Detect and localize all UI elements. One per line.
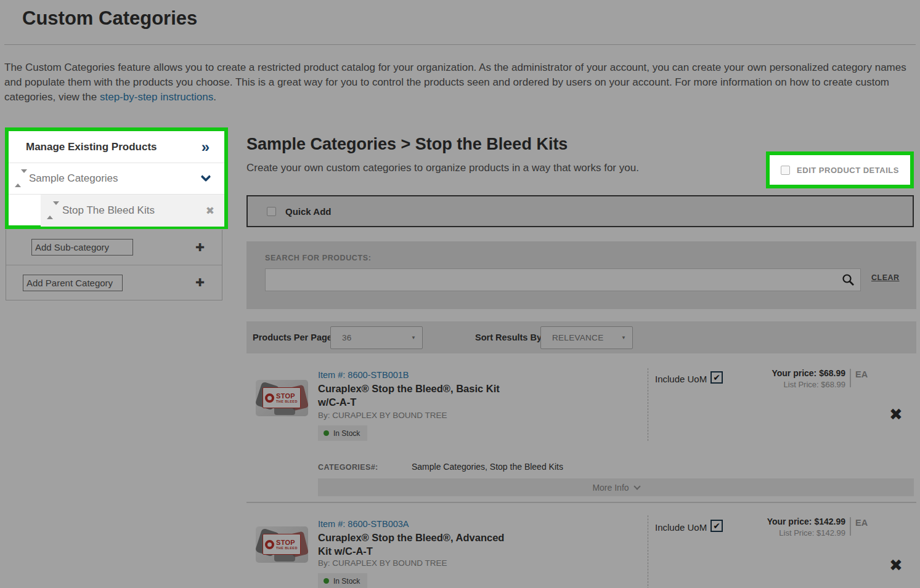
sidebar-subrow-wrap: Stop The Bleed Kits ✖ bbox=[9, 194, 224, 225]
chevron-down-icon[interactable] bbox=[201, 172, 211, 182]
remove-category-icon[interactable]: ✖ bbox=[206, 204, 214, 217]
expand-double-chevron-icon[interactable]: » bbox=[202, 140, 210, 155]
sidebar-item-manage-existing-products[interactable]: Manage Existing Products » bbox=[9, 131, 224, 163]
drag-sort-icon[interactable] bbox=[47, 205, 54, 216]
dim-overlay bbox=[0, 0, 920, 588]
sample-categories-label: Sample Categories bbox=[29, 172, 118, 185]
edit-product-details-checkbox[interactable] bbox=[781, 166, 790, 175]
stop-the-bleed-kits-label: Stop The Bleed Kits bbox=[62, 204, 155, 217]
manage-existing-products-label: Manage Existing Products bbox=[26, 141, 157, 153]
highlight-box-edit-product-details: EDIT PRODUCT DETAILS bbox=[766, 151, 914, 188]
drag-sort-icon[interactable] bbox=[15, 173, 22, 184]
sidebar-item-stop-the-bleed-kits[interactable]: Stop The Bleed Kits ✖ bbox=[41, 195, 224, 227]
sidebar-item-sample-categories[interactable]: Sample Categories bbox=[9, 163, 224, 194]
highlight-box-sidebar: Manage Existing Products » Sample Catego… bbox=[5, 127, 228, 229]
edit-product-details-label: EDIT PRODUCT DETAILS bbox=[797, 166, 899, 175]
page: Custom Categories The Custom Categories … bbox=[0, 0, 920, 588]
